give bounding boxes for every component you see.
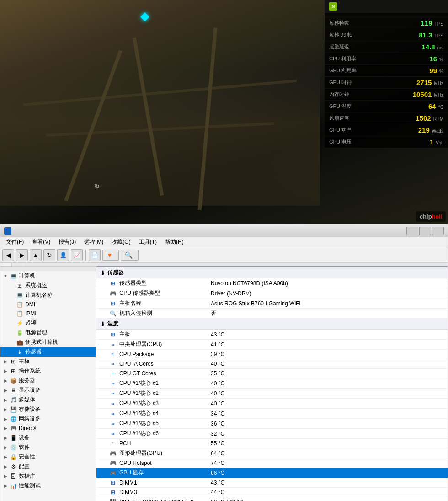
row-name-1-6: CPU #1/核心 #2 [119,389,211,397]
tree-item-2[interactable]: 💻 计算机名称 [0,290,96,300]
user-button[interactable]: 👤 [57,249,69,261]
maximize-button[interactable] [419,227,431,235]
tree-item-7[interactable]: 💼 便携式计算机 [0,337,96,347]
tree-item-1[interactable]: ⊞ 系统概述 [0,281,96,290]
menu-item-4[interactable]: 收藏(O) [108,237,134,247]
tree-item-10[interactable]: ▶ ⊞ 操作系统 [0,366,96,376]
row-name-1-0: 主板 [119,330,211,338]
tree-expand-0: ▼ [2,274,9,278]
tree-item-9[interactable]: ▶ ⊞ 主板 [0,357,96,366]
refresh-button[interactable]: ↻ [43,249,55,261]
menu-item-6[interactable]: 帮助(H) [161,237,187,247]
row-icon-1-2: ≈ [109,351,117,358]
menu-item-2[interactable]: 报告(J) [55,237,80,247]
up-button[interactable]: ▲ [30,249,42,261]
title-bar [0,224,448,237]
data-row-1-16[interactable]: ⊞ DIMM3 44 °C [96,488,448,497]
data-row-1-2[interactable]: ≈ CPU Package 39 °C [96,350,448,359]
main-story-text: ↻ [91,181,100,191]
menu-item-5[interactable]: 工具(T) [135,237,160,247]
tree-item-12[interactable]: ▶ 🖥 显示设备 [0,385,96,395]
tree-label-8: 传感器 [25,348,42,356]
tree-label-9: 主板 [19,357,30,365]
data-row-1-3[interactable]: ≈ CPU IA Cores 40 °C [96,359,448,369]
row-name-1-1: 中央处理器(CPU) [119,341,211,348]
tree-icon-1: ⊞ [16,282,23,289]
tree-item-5[interactable]: ⚡ 超频 [0,318,96,328]
data-row-1-9[interactable]: ≈ CPU #1/核心 #5 36 °C [96,419,448,429]
nvidia-stat-row-9: GPU 功率 219 Watts [325,124,448,136]
data-row-1-4[interactable]: ≈ CPU GT Cores 35 °C [96,369,448,378]
data-row-1-12[interactable]: 🎮 图形处理器(GPU) 64 °C [96,448,448,458]
row-value-1-13: 74 °C [211,460,444,466]
tree-label-7: 便携式计算机 [25,338,58,346]
data-row-1-11[interactable]: ≈ PCH 55 °C [96,439,448,448]
data-row-1-1[interactable]: ≈ 中央处理器(CPU) 41 °C [96,340,448,350]
tree-item-11[interactable]: ▶ 📦 服务器 [0,376,96,385]
data-row-1-14[interactable]: 🎮 GPU 显存 86 °C [96,468,448,478]
menu-item-3[interactable]: 远程(M) [80,237,107,247]
row-name-1-13: GPU Hotspot [119,460,211,466]
tree-item-21[interactable]: ▶ 🗄 数据库 [0,471,96,481]
tree-icon-16: 🎮 [10,425,17,432]
tree-item-8[interactable]: 🌡 传感器 [0,347,96,357]
tree-item-20[interactable]: ▶ ⚙ 配置 [0,462,96,471]
chart-button[interactable]: 📈 [71,249,83,261]
tree-label-19: 安全性 [19,453,35,461]
data-header [96,263,448,267]
tree-label-2: 计算机名称 [25,291,53,299]
report-button[interactable]: 📄 [89,249,101,261]
row-value-0-2: Asus ROG Strix B760-I Gaming WiFi [211,300,444,307]
tree-item-15[interactable]: ▶ 🌐 网络设备 [0,414,96,424]
data-row-1-7[interactable]: ≈ CPU #1/核心 #3 40 °C [96,399,448,409]
sidebar-tab-favorites[interactable] [12,263,23,266]
driver-update-button[interactable]: 🔍 [121,250,139,261]
tree-label-1: 系统概述 [25,282,47,289]
tree-item-17[interactable]: ▶ 📱 设备 [0,433,96,442]
menu-item-0[interactable]: 文件(F) [2,237,27,247]
row-name-0-1: GPU 传感器类型 [119,289,211,297]
data-row-1-6[interactable]: ≈ CPU #1/核心 #2 40 °C [96,389,448,399]
tree-item-0[interactable]: ▼ 💻 计算机 [0,271,96,281]
data-row-1-8[interactable]: ≈ CPU #1/核心 #4 34 °C [96,409,448,419]
tree-item-14[interactable]: ▶ 💾 存储设备 [0,405,96,414]
tree-expand-9: ▶ [2,359,9,364]
data-row-0-1[interactable]: 🎮 GPU 传感器类型 Driver (NV-DRV) [96,288,448,298]
tree-item-22[interactable]: ▶ 📊 性能测试 [0,481,96,490]
back-button[interactable]: ◀ [2,249,14,261]
app-icon [4,227,11,235]
data-row-1-0[interactable]: ⊞ 主板 43 °C [96,330,448,340]
tree-item-13[interactable]: ▶ 🎵 多媒体 [0,395,96,405]
nvidia-stat-row-10: GPU 电压 1 Volt [325,136,448,148]
data-row-1-13[interactable]: 🎮 GPU Hotspot 74 °C [96,458,448,468]
row-value-1-4: 35 °C [211,370,444,377]
row-icon-1-9: ≈ [109,420,117,427]
data-content: 🌡传感器 ⊞ 传感器类型 Nuvoton NCT6798D (ISA A00h)… [96,267,448,501]
data-row-1-17[interactable]: 💾 SK hynix PC801 HFS001TEJ9... 52 °C / 4… [96,497,448,501]
data-row-1-15[interactable]: ⊞ DIMM1 43 °C [96,478,448,488]
data-row-0-3[interactable]: 🔍 机箱入侵检测 否 [96,309,448,319]
row-value-1-6: 40 °C [211,390,444,397]
tree-item-16[interactable]: ▶ 🎮 DirectX [0,424,96,433]
tree-label-4: IPMI [25,310,37,317]
data-row-0-2[interactable]: ⊞ 主板名称 Asus ROG Strix B760-I Gaming WiFi [96,298,448,309]
row-value-1-0: 43 °C [211,331,444,338]
nvidia-header: N [325,0,448,13]
row-name-1-3: CPU IA Cores [119,361,211,367]
minimize-button[interactable] [406,227,418,235]
tree-icon-20: ⚙ [10,463,17,470]
row-name-1-14: GPU 显存 [119,469,211,477]
tree-item-19[interactable]: ▶ 🔒 安全性 [0,452,96,462]
tree-item-4[interactable]: 📋 IPMI [0,309,96,318]
tree-item-3[interactable]: 📋 DMI [0,300,96,309]
data-row-1-10[interactable]: ≈ CPU #1/核心 #6 32 °C [96,429,448,439]
tree-item-18[interactable]: ▶ 💿 软件 [0,442,96,452]
bios-update-button[interactable]: ▼ [102,250,119,261]
forward-button[interactable]: ▶ [16,249,28,261]
data-row-1-5[interactable]: ≈ CPU #1/核心 #1 40 °C [96,378,448,389]
close-button[interactable] [432,227,444,235]
sidebar-tab-menu[interactable] [0,263,12,266]
tree-item-6[interactable]: 🔋 电源管理 [0,328,96,337]
menu-item-1[interactable]: 查看(V) [28,237,54,247]
data-row-0-0[interactable]: ⊞ 传感器类型 Nuvoton NCT6798D (ISA A00h) [96,278,448,288]
